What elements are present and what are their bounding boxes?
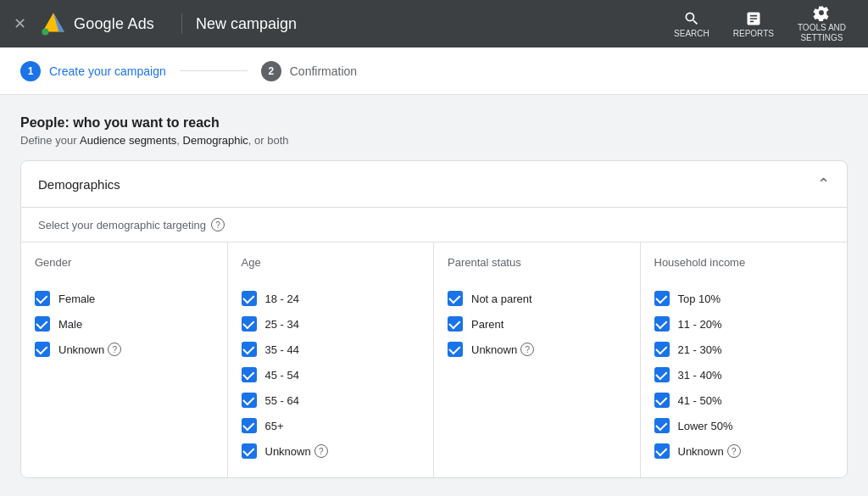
checkbox[interactable] (448, 291, 463, 306)
demo-item-label: 45 - 54 (265, 369, 299, 382)
checkbox[interactable] (242, 393, 257, 408)
reports-label: REPORTS (733, 29, 774, 38)
demo-item: 25 - 34 (242, 311, 420, 337)
close-button[interactable]: ✕ (14, 14, 26, 33)
checkbox[interactable] (242, 342, 257, 357)
checkbox[interactable] (448, 342, 463, 357)
reports-action[interactable]: REPORTS (725, 5, 782, 43)
demo-item-label: Lower 50% (678, 420, 733, 432)
svg-point-2 (42, 29, 48, 36)
demo-item-label: 25 - 34 (265, 318, 299, 331)
demo-item-label: 55 - 64 (265, 394, 299, 407)
section-header: People: who you want to reach Define you… (20, 115, 848, 147)
step-connector (180, 70, 248, 71)
tools-action[interactable]: TOOLS ANDSETTINGS (789, 0, 854, 48)
step-1: 1 Create your campaign (20, 61, 166, 81)
subtitle-bold1: Audience segments (80, 134, 176, 147)
demographics-table: GenderFemaleMaleUnknown?Age18 - 2425 - 3… (21, 242, 847, 477)
checkbox[interactable] (242, 367, 257, 382)
checkbox[interactable] (35, 342, 50, 357)
demo-item: Not a parent (448, 286, 626, 311)
demo-item: Unknown? (242, 438, 420, 464)
demo-item-label: Parent (471, 318, 504, 331)
search-icon (683, 10, 700, 27)
step-1-label: Create your campaign (49, 64, 166, 78)
tools-icon (813, 4, 830, 21)
checkbox[interactable] (654, 418, 670, 433)
item-help-icon[interactable]: ? (108, 343, 121, 356)
checkbox[interactable] (35, 291, 50, 306)
search-label: SEARCH (674, 29, 709, 38)
item-help-icon[interactable]: ? (520, 343, 534, 356)
section-title: People: who you want to reach (20, 115, 848, 131)
demo-item: Lower 50% (654, 413, 834, 438)
demo-item: Unknown? (448, 337, 626, 362)
subtitle-bold2: Demographic (183, 134, 248, 147)
demo-col-header-2: Parental status (448, 256, 626, 276)
step-2-label: Confirmation (290, 64, 357, 78)
checkbox[interactable] (654, 291, 670, 306)
demographics-card: Demographics ⌃ Select your demographic t… (20, 160, 848, 478)
collapse-icon[interactable]: ⌃ (817, 175, 830, 193)
demo-item: 65+ (242, 413, 420, 438)
demo-item: Unknown? (35, 337, 214, 362)
checkbox[interactable] (35, 316, 50, 332)
demo-col-1: Age18 - 2425 - 3435 - 4445 - 5455 - 6465… (228, 242, 435, 477)
demo-item-label: 21 - 30% (678, 343, 722, 356)
tools-label: TOOLS ANDSETTINGS (798, 23, 846, 43)
checkbox[interactable] (654, 393, 670, 408)
demo-col-header-3: Household income (654, 256, 834, 276)
targeting-label-row: Select your demographic targeting ? (21, 208, 847, 242)
header-divider (181, 14, 182, 34)
demographics-title: Demographics (38, 177, 120, 192)
section-subtitle: Define your Audience segments, Demograph… (20, 134, 848, 147)
demo-item-label: Female (58, 293, 95, 305)
checkbox[interactable] (242, 291, 257, 306)
demo-item-label: 35 - 44 (265, 343, 299, 356)
main-content: People: who you want to reach Define you… (0, 95, 868, 496)
demo-item: 41 - 50% (654, 387, 834, 413)
targeting-help-icon[interactable]: ? (211, 218, 225, 231)
search-action[interactable]: SEARCH (665, 5, 718, 43)
demographics-header[interactable]: Demographics ⌃ (21, 161, 847, 208)
checkbox[interactable] (242, 418, 257, 433)
demo-item: 11 - 20% (654, 311, 834, 337)
demo-item: 31 - 40% (654, 362, 834, 387)
demo-col-header-0: Gender (35, 256, 214, 276)
demo-item: 21 - 30% (654, 337, 834, 362)
google-ads-logo: Google Ads (40, 10, 154, 37)
demo-item: Top 10% (654, 286, 834, 311)
demo-item-label: 65+ (265, 420, 284, 432)
demo-item: Unknown? (654, 438, 834, 464)
item-help-icon[interactable]: ? (314, 444, 328, 458)
demo-item: Male (35, 311, 214, 337)
demo-item: 55 - 64 (242, 387, 420, 413)
demo-col-3: Household incomeTop 10%11 - 20%21 - 30%3… (641, 242, 848, 477)
campaign-title: New campaign (196, 15, 297, 33)
checkbox[interactable] (448, 316, 463, 332)
checkbox[interactable] (654, 443, 670, 459)
demo-item-label: 41 - 50% (678, 394, 722, 407)
checkbox[interactable] (242, 316, 257, 332)
google-ads-logo-icon (40, 10, 67, 37)
step-1-circle: 1 (20, 61, 41, 81)
checkbox[interactable] (242, 443, 257, 459)
step-2-circle: 2 (261, 61, 281, 81)
header-actions: SEARCH REPORTS TOOLS ANDSETTINGS (665, 0, 854, 48)
item-help-icon[interactable]: ? (727, 444, 741, 458)
targeting-label-text: Select your demographic targeting (38, 219, 206, 231)
demo-item-label: 11 - 20% (678, 318, 722, 331)
reports-icon (745, 10, 762, 27)
checkbox[interactable] (654, 316, 670, 332)
checkbox[interactable] (654, 342, 670, 357)
subtitle-sep: , (176, 134, 182, 147)
demo-col-0: GenderFemaleMaleUnknown? (21, 242, 228, 477)
demo-item-label: Male (58, 318, 82, 331)
demo-col-2: Parental statusNot a parentParentUnknown… (434, 242, 641, 477)
demo-item: Parent (448, 311, 626, 337)
checkbox[interactable] (654, 367, 670, 382)
demo-item: 45 - 54 (242, 362, 420, 387)
app-header: ✕ Google Ads New campaign SEARCH REPORTS… (0, 0, 868, 47)
stepper: 1 Create your campaign 2 Confirmation (0, 47, 868, 95)
subtitle-suffix: , or both (248, 134, 289, 147)
